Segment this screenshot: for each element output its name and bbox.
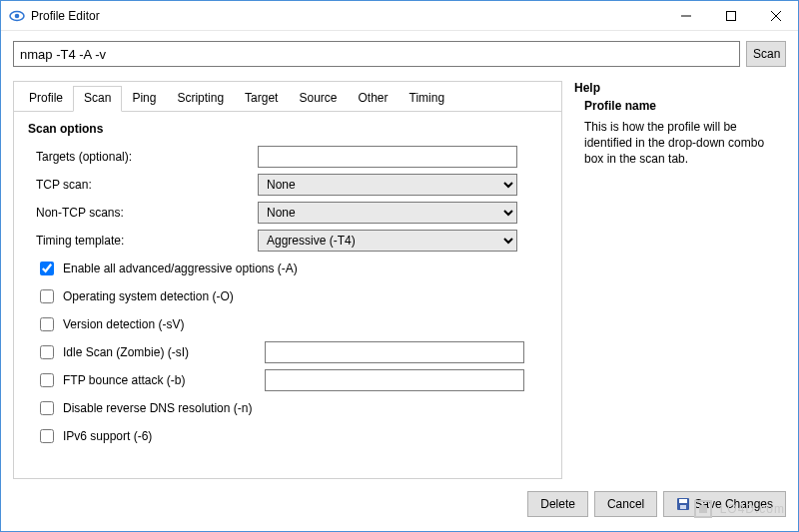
disable-dns-checkbox[interactable] (40, 401, 54, 415)
command-row: Scan (13, 41, 786, 67)
tab-scripting[interactable]: Scripting (166, 86, 235, 112)
options-panel: Profile Scan Ping Scripting Target Sourc… (13, 81, 562, 479)
maximize-button[interactable] (708, 1, 753, 31)
svg-rect-3 (726, 11, 735, 20)
save-icon (676, 497, 690, 511)
aggressive-label: Enable all advanced/aggressive options (… (63, 262, 298, 275)
idle-scan-label: Idle Scan (Zombie) (-sI) (63, 345, 253, 359)
window-title: Profile Editor (31, 9, 100, 23)
tcp-scan-select[interactable]: None (258, 174, 517, 196)
svg-rect-8 (680, 505, 686, 509)
tab-source[interactable]: Source (288, 86, 348, 112)
titlebar: Profile Editor (1, 1, 798, 31)
os-detection-checkbox[interactable] (40, 289, 54, 303)
delete-button[interactable]: Delete (527, 491, 588, 517)
version-detection-checkbox[interactable] (40, 317, 54, 331)
timing-template-select[interactable]: Aggressive (-T4) (258, 230, 517, 252)
tcp-scan-label: TCP scan: (28, 178, 258, 192)
ipv6-checkbox[interactable] (40, 429, 54, 443)
ftp-bounce-label: FTP bounce attack (-b) (63, 373, 253, 387)
footer: Delete Cancel Save Changes (13, 479, 786, 531)
targets-input[interactable] (258, 146, 517, 168)
os-detection-label: Operating system detection (-O) (63, 289, 234, 303)
tab-ping[interactable]: Ping (121, 86, 167, 112)
idle-scan-input[interactable] (265, 341, 524, 363)
scan-button[interactable]: Scan (746, 41, 786, 67)
version-detection-label: Version detection (-sV) (63, 317, 184, 331)
tab-body: Scan options Targets (optional): TCP sca… (14, 111, 561, 478)
svg-point-1 (15, 13, 20, 18)
help-title: Help (574, 81, 786, 95)
ipv6-label: IPv6 support (-6) (63, 429, 152, 443)
idle-scan-checkbox[interactable] (40, 345, 54, 359)
tab-scan[interactable]: Scan (73, 86, 122, 112)
disable-dns-label: Disable reverse DNS resolution (-n) (63, 401, 252, 415)
section-title: Scan options (28, 122, 547, 136)
timing-template-label: Timing template: (28, 234, 258, 248)
tabstrip: Profile Scan Ping Scripting Target Sourc… (14, 82, 561, 112)
help-subtitle: Profile name (584, 99, 786, 113)
save-changes-label: Save Changes (694, 497, 773, 511)
tab-profile[interactable]: Profile (18, 86, 74, 112)
aggressive-checkbox[interactable] (40, 262, 54, 275)
ftp-bounce-checkbox[interactable] (40, 373, 54, 387)
command-input[interactable] (13, 41, 740, 67)
help-panel: Help Profile name This is how the profil… (574, 81, 786, 479)
close-button[interactable] (753, 1, 798, 31)
svg-rect-7 (679, 499, 687, 503)
nontcp-scan-select[interactable]: None (258, 202, 517, 224)
help-body: This is how the profile will be identifi… (584, 119, 786, 168)
tab-timing[interactable]: Timing (399, 86, 456, 112)
nontcp-scan-label: Non-TCP scans: (28, 206, 258, 220)
eye-icon (9, 8, 25, 24)
save-changes-button[interactable]: Save Changes (663, 491, 786, 517)
minimize-button[interactable] (663, 1, 708, 31)
ftp-bounce-input[interactable] (265, 369, 524, 391)
targets-label: Targets (optional): (28, 150, 258, 164)
tab-target[interactable]: Target (234, 86, 289, 112)
tab-other[interactable]: Other (347, 86, 399, 112)
cancel-button[interactable]: Cancel (594, 491, 657, 517)
